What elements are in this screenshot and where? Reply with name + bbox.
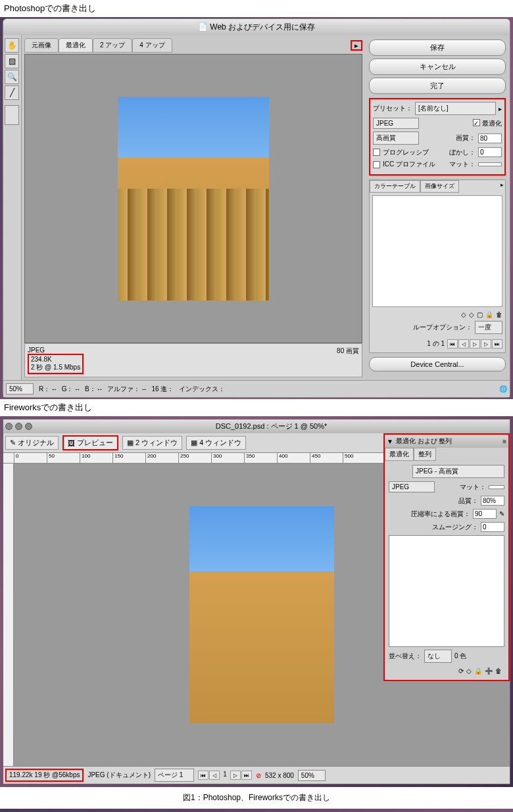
blur-label: ぼかし： — [449, 148, 476, 157]
format-select[interactable]: JPEG — [373, 118, 419, 129]
status-dims: 532 x 800 — [265, 772, 294, 779]
colortable-area — [372, 195, 502, 307]
fw-selective-input[interactable] — [473, 509, 497, 519]
fw-tab-original[interactable]: ✎オリジナル — [5, 436, 59, 450]
edit-mask-icon[interactable]: ✎ — [499, 510, 504, 517]
ps-toolbar: ✋ ▨ 🔍 ╱ — [3, 36, 22, 380]
fw-tab-2up[interactable]: ▦2 ウィンドウ — [122, 436, 182, 450]
first-page-icon[interactable]: ⏮ — [198, 771, 208, 780]
ps-info-bar: JPEG 234.8K 2 秒 @ 1.5 Mbps 80 画質 — [24, 343, 362, 377]
flyout-menu-icon[interactable]: ▸ — [351, 40, 362, 51]
optimize-checkbox[interactable]: ✓ — [473, 119, 480, 126]
ps-dialog: 📄 Web およびデバイス用に保存 ✋ ▨ 🔍 ╱ 元画像 最適化 2 アップ … — [3, 18, 510, 398]
fw-panel-title-text: 最適化 および 整列 — [396, 437, 452, 446]
browser-preview-icon[interactable]: 🌐 — [499, 385, 507, 393]
fw-trash-icon[interactable]: 🗑 — [495, 667, 502, 675]
readout-r: R： -- — [39, 385, 57, 394]
icc-checkbox[interactable] — [373, 161, 380, 168]
quality-input[interactable] — [478, 133, 502, 143]
play-icon[interactable]: ▷ — [470, 339, 480, 348]
figure-caption: 図1：Photoshop、Fireworksでの書き出し — [0, 787, 513, 809]
fw-preset-select[interactable]: JPEG - 高画質 — [412, 465, 504, 478]
loop-label: ループオプション： — [413, 323, 472, 332]
device-central-button[interactable]: Device Central... — [369, 357, 506, 371]
ps-preview-area — [24, 54, 362, 343]
ps-title: Web およびデバイス用に保存 — [210, 22, 315, 32]
fw-tab-4up[interactable]: ▦4 ウィンドウ — [186, 436, 246, 450]
preset-menu-icon[interactable]: ▸ — [499, 105, 502, 112]
fw-preview-image — [189, 506, 334, 723]
matte-select[interactable] — [478, 162, 502, 166]
readout-index: インデックス： — [179, 385, 225, 394]
prev-page-icon[interactable]: ◁ — [209, 771, 220, 780]
next-page-icon[interactable]: ▷ — [230, 771, 241, 780]
blur-input[interactable] — [478, 147, 502, 157]
fw-quality-label: 品質： — [458, 496, 478, 506]
fw-smoothing-input[interactable] — [481, 522, 504, 532]
slice-tool-icon[interactable]: ▨ — [5, 54, 19, 68]
color-swatch[interactable] — [5, 105, 19, 125]
progressive-checkbox[interactable] — [373, 149, 380, 156]
cancel-render-icon[interactable]: ⊘ — [256, 772, 261, 779]
close-icon[interactable] — [5, 423, 12, 430]
zoom-tool-icon[interactable]: 🔍 — [5, 70, 19, 84]
preset-select[interactable]: [名前なし] — [415, 102, 496, 115]
four-window-icon: ▦ — [191, 439, 197, 447]
eyedropper-tool-icon[interactable]: ╱ — [5, 85, 19, 100]
fw-color-count: 0 色 — [454, 652, 466, 661]
lock-icon[interactable]: 🔒 — [485, 311, 493, 318]
trash-icon[interactable]: 🗑 — [496, 311, 502, 318]
first-frame-icon[interactable]: ⏮ — [447, 339, 458, 348]
tab-original[interactable]: 元画像 — [24, 38, 59, 53]
fw-subtab-optimize[interactable]: 最適化 — [385, 448, 414, 461]
readout-g: G： -- — [62, 385, 80, 394]
info-quality: 80 画質 — [337, 346, 359, 374]
fw-add-icon[interactable]: ➕ — [485, 667, 493, 675]
prev-frame-icon[interactable]: ◁ — [458, 339, 469, 348]
subtab-imagesize[interactable]: 画像サイズ — [420, 180, 459, 193]
fw-subtab-align[interactable]: 整列 — [414, 448, 436, 461]
next-frame-icon[interactable]: ▷ — [481, 339, 491, 348]
subpanel-menu-icon[interactable]: ▸ — [499, 180, 505, 193]
quality-preset-select[interactable]: 高画質 — [373, 131, 419, 145]
panel-menu-icon[interactable]: ≡ — [502, 438, 506, 445]
fw-lock-icon[interactable]: 🔒 — [474, 667, 482, 675]
fw-colortable — [389, 535, 504, 647]
fw-format-select[interactable]: JPEG — [389, 481, 435, 492]
cancel-button[interactable]: キャンセル — [369, 59, 506, 75]
image-icon: 🖼 — [68, 439, 75, 447]
page-indicator: 1 の 1 — [427, 339, 445, 348]
last-frame-icon[interactable]: ⏭ — [492, 339, 502, 348]
status-zoom[interactable]: 50% — [298, 770, 326, 781]
hand-tool-icon[interactable]: ✋ — [5, 38, 19, 53]
tab-optimized[interactable]: 最適化 — [59, 38, 93, 53]
last-page-icon[interactable]: ⏭ — [241, 771, 252, 780]
fw-smoothing-label: スムージング： — [432, 523, 478, 532]
fw-matte-swatch[interactable] — [489, 485, 504, 489]
readout-alpha: アルファ： -- — [107, 385, 146, 394]
status-page-select[interactable]: ページ 1 — [155, 769, 194, 782]
pencil-icon: ✎ — [10, 439, 16, 447]
fw-quality-input[interactable] — [481, 496, 504, 506]
fw-snap-icon[interactable]: ◇ — [466, 667, 472, 675]
subtab-colortable[interactable]: カラーテーブル — [370, 180, 420, 193]
fw-title: DSC_0192.psd : ページ 1 @ 50%* — [35, 421, 508, 431]
zoom-select[interactable]: 50% — [6, 383, 34, 394]
ct-icon1[interactable]: ◇ — [461, 311, 466, 318]
done-button[interactable]: 完了 — [369, 78, 506, 94]
zoom-icon[interactable] — [25, 423, 32, 430]
minimize-icon[interactable] — [15, 423, 22, 430]
colortable-panel: カラーテーブル 画像サイズ ▸ ◇ ◇ ▢ 🔒 🗑 ループオプション： 一度 — [369, 179, 506, 353]
loop-select[interactable]: 一度 — [475, 321, 502, 334]
tab-2up[interactable]: 2 アップ — [93, 38, 132, 53]
disclosure-icon[interactable]: ▼ — [387, 438, 393, 445]
tab-4up[interactable]: 4 アップ — [132, 38, 172, 53]
save-button[interactable]: 保存 — [369, 39, 506, 56]
matte-label: マット： — [449, 160, 476, 169]
fw-tab-preview[interactable]: 🖼プレビュー — [62, 435, 118, 450]
fw-rebuild-icon[interactable]: ⟳ — [458, 667, 464, 675]
ct-icon3[interactable]: ▢ — [477, 311, 483, 318]
fw-sort-select[interactable]: なし — [424, 650, 452, 663]
ct-icon2[interactable]: ◇ — [469, 311, 474, 318]
fw-section-label: Fireworksでの書き出し — [0, 399, 513, 416]
